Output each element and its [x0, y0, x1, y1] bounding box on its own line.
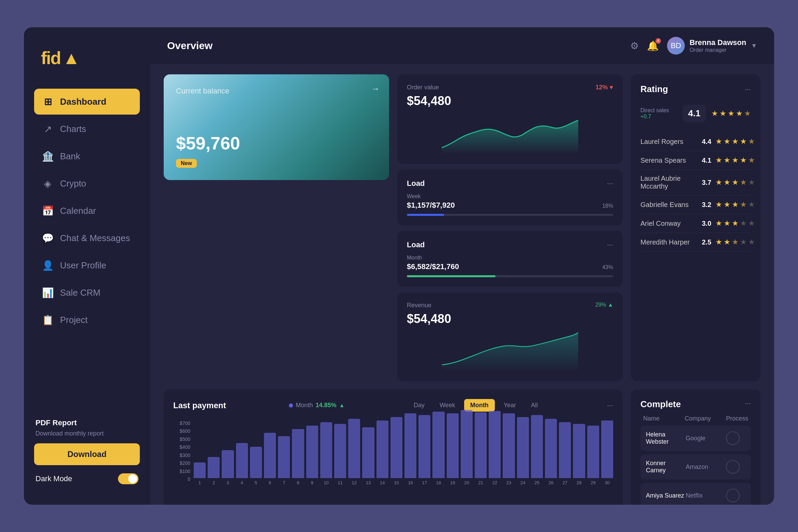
- rating-item-score: 3.0: [702, 220, 715, 227]
- load-week-percent: 18%: [602, 203, 613, 209]
- filter-all[interactable]: All: [525, 399, 544, 412]
- load-week-period: Week: [407, 193, 613, 200]
- rating-row: Ariel Conway 3.0 ★★★★★: [640, 214, 751, 233]
- bar: [390, 417, 402, 478]
- bar: [222, 450, 234, 478]
- complete-item-name: Amiya Suarez: [646, 492, 686, 499]
- y-axis: $700$600$500$400$300$200$1000: [173, 417, 190, 485]
- rating-item-stars: ★★★★★: [715, 219, 755, 228]
- load-month-menu[interactable]: ···: [607, 240, 613, 249]
- nav-icon: 💬: [42, 233, 53, 243]
- load-month-percent: 43%: [602, 264, 613, 270]
- sidebar-item-project[interactable]: 📋 Project: [34, 307, 140, 333]
- nav-label: Sale CRM: [60, 287, 100, 298]
- nav-label: User Profile: [60, 260, 106, 271]
- complete-menu[interactable]: ···: [745, 399, 751, 410]
- star-1: ★: [711, 109, 718, 118]
- notifications-icon[interactable]: 🔔 4: [647, 40, 659, 51]
- bar-label: 8: [297, 480, 299, 485]
- bar-label: 15: [394, 480, 399, 485]
- user-info[interactable]: BD Brenna Dawson Order manager ▼: [667, 37, 757, 55]
- star-4: ★: [740, 219, 747, 228]
- bar-col: 20: [461, 410, 473, 485]
- filter-day[interactable]: Day: [408, 399, 431, 412]
- bar-label: 18: [436, 480, 441, 485]
- star-4: ★: [736, 109, 743, 118]
- order-value: $54,480: [407, 94, 613, 108]
- bar-col: 3: [222, 450, 234, 485]
- direct-sales-label: Direct sales +0.7: [640, 107, 677, 120]
- bar: [334, 424, 346, 478]
- dark-mode-toggle[interactable]: [118, 473, 138, 484]
- filter-year[interactable]: Year: [498, 399, 522, 412]
- sidebar-item-chat-&-messages[interactable]: 💬 Chat & Messages: [34, 225, 140, 251]
- page-title: Overview: [167, 40, 212, 51]
- payment-menu[interactable]: ···: [607, 401, 613, 410]
- star-3: ★: [732, 238, 739, 247]
- rating-panel: Rating ··· Direct sales +0.7 4.1 ★ ★ ★ ★…: [631, 74, 760, 381]
- bar-col: 26: [545, 419, 557, 485]
- star-4: ★: [740, 156, 747, 165]
- complete-title: Complete: [640, 399, 681, 410]
- star-5: ★: [748, 219, 755, 228]
- sidebar: fid▲ ⊞ Dashboard↗ Charts🏦 Bank◈ Crypto📅 …: [24, 27, 150, 505]
- bar-col: 6: [264, 433, 276, 485]
- header-right: ⚙ 🔔 4 BD Brenna Dawson Order manager ▼: [630, 37, 757, 55]
- sidebar-item-dashboard[interactable]: ⊞ Dashboard: [34, 89, 140, 115]
- rating-menu[interactable]: ···: [745, 85, 751, 94]
- sidebar-item-sale-crm[interactable]: 📊 Sale CRM: [34, 280, 140, 306]
- star-1: ★: [715, 137, 722, 146]
- sidebar-item-bank[interactable]: 🏦 Bank: [34, 143, 140, 169]
- bar: [531, 415, 543, 478]
- legend-dot: [289, 403, 293, 408]
- bar-col: 10: [320, 422, 332, 485]
- bar-chart: 1 2 3 4 5 6 7 8 9 10: [194, 417, 613, 485]
- complete-item-name: Helena Webster: [646, 431, 686, 445]
- download-button[interactable]: Download: [34, 443, 140, 465]
- bar-label: 29: [591, 480, 595, 485]
- complete-item-progress: [726, 431, 740, 445]
- bar-label: 13: [366, 480, 371, 485]
- bar-col: 7: [278, 436, 290, 485]
- rating-item-name: Serena Spears: [640, 157, 702, 164]
- dashboard-grid: Current balance → $59,760 New Order valu…: [150, 64, 774, 505]
- user-dropdown-icon: ▼: [751, 42, 757, 49]
- sidebar-item-crypto[interactable]: ◈ Crypto: [34, 171, 140, 196]
- rating-item-score: 3.7: [702, 179, 715, 187]
- settings-icon[interactable]: ⚙: [630, 40, 639, 51]
- star-2: ★: [724, 137, 730, 146]
- bar: [418, 415, 430, 478]
- bar: [475, 412, 487, 478]
- sidebar-item-user-profile[interactable]: 👤 User Profile: [34, 252, 140, 278]
- sidebar-item-calendar[interactable]: 📅 Calendar: [34, 198, 140, 224]
- rating-item-name: Meredith Harper: [640, 238, 702, 246]
- load-month-period: Month: [407, 255, 613, 261]
- bar-label: 22: [492, 480, 497, 485]
- revenue-change: 29% ▲: [595, 302, 613, 308]
- filter-week[interactable]: Week: [433, 399, 461, 412]
- sidebar-item-charts[interactable]: ↗ Charts: [34, 116, 140, 142]
- revenue-card: Revenue $54,480 29% ▲: [397, 292, 623, 381]
- user-role: Order manager: [690, 47, 746, 53]
- rating-row: Laurel Aubrie Mccarthy 3.7 ★★★★★: [640, 170, 751, 195]
- chart-area: $700$600$500$400$300$200$1000 1 2 3 4 5 …: [173, 417, 613, 485]
- load-week-menu[interactable]: ···: [607, 179, 613, 188]
- payment-legend: Month 14.85% ▲: [289, 402, 344, 409]
- star-1: ★: [715, 219, 722, 228]
- bar: [208, 457, 220, 478]
- bar-label: 10: [324, 480, 328, 485]
- bar-label: 27: [563, 480, 567, 485]
- balance-arrow-icon[interactable]: →: [371, 84, 380, 93]
- direct-sales-row: Direct sales +0.7 4.1 ★ ★ ★ ★ ★: [640, 101, 751, 125]
- star-5: ★: [744, 109, 751, 118]
- rating-item-score: 4.4: [702, 138, 715, 146]
- rating-item-stars: ★★★★★: [715, 238, 755, 247]
- user-text: Brenna Dawson Order manager: [690, 38, 746, 53]
- complete-row: Konner Carney Amazon: [640, 454, 751, 479]
- star-3: ★: [732, 178, 739, 187]
- order-label: Order value: [407, 84, 613, 91]
- new-badge: New: [176, 159, 197, 168]
- star-5: ★: [748, 178, 755, 187]
- nav-icon: 🏦: [42, 151, 53, 162]
- col-process: Process: [726, 415, 748, 422]
